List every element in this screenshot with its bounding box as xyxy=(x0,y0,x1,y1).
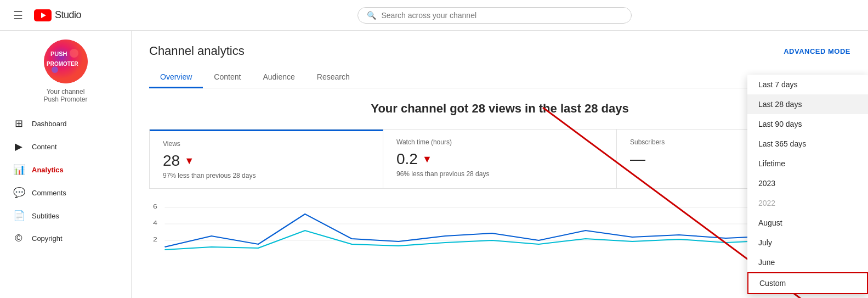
sidebar-item-analytics[interactable]: 📊 Analytics xyxy=(0,158,131,181)
dropdown-item-last365[interactable]: Last 365 days xyxy=(747,134,868,154)
hamburger-menu-icon[interactable]: ☰ xyxy=(9,4,27,26)
search-container: 🔍 xyxy=(358,7,632,24)
svg-text:PUSH: PUSH xyxy=(50,50,67,57)
views-down-arrow-icon: ▼ xyxy=(184,155,194,167)
channel-label: Your channel xyxy=(47,88,85,95)
analytics-icon: 📊 xyxy=(13,164,24,176)
channel-handle: Push Promoter xyxy=(43,95,87,103)
dropdown-item-custom[interactable]: Custom xyxy=(747,272,868,294)
watchtime-down-arrow-icon: ▼ xyxy=(422,154,432,165)
avatar[interactable]: PUSH PROMOTER xyxy=(44,40,88,83)
stat-card-views: Views 28 ▼ 97% less than previous 28 day… xyxy=(150,130,383,188)
dropdown-item-last7[interactable]: Last 7 days xyxy=(747,75,868,94)
stat-card-watch-time: Watch time (hours) 0.2 ▼ 96% less than p… xyxy=(383,130,617,188)
subtitles-icon: 📄 xyxy=(13,210,24,222)
sidebar-nav: ⊞ Dashboard ▶ Content 📊 Analytics 💬 Comm… xyxy=(0,112,131,250)
studio-label: Studio xyxy=(55,9,81,21)
avatar-inner: PUSH PROMOTER xyxy=(44,40,88,83)
tab-audience[interactable]: Audience xyxy=(252,67,305,88)
stat-value-views: 28 ▼ xyxy=(163,152,370,170)
dashboard-icon: ⊞ xyxy=(13,117,24,130)
sidebar-item-label-copyright: Copyright xyxy=(32,234,63,243)
svg-point-5 xyxy=(70,49,78,58)
sidebar-item-label-subtitles: Subtitles xyxy=(32,212,59,220)
stat-change-views: 97% less than previous 28 days xyxy=(163,172,370,179)
dropdown-item-lifetime[interactable]: Lifetime xyxy=(747,154,868,173)
advanced-mode-button[interactable]: ADVANCED MODE xyxy=(784,47,850,55)
date-range-dropdown: Last 7 days Last 28 days Last 90 days La… xyxy=(747,75,868,294)
main-content: Channel analytics ADVANCED MODE Overview… xyxy=(132,31,868,298)
hero-text: Your channel got 28 views in the last 28… xyxy=(149,102,850,116)
layout: PUSH PROMOTER Your channel Push Promoter… xyxy=(0,31,868,298)
tab-content[interactable]: Content xyxy=(203,67,252,88)
header: ☰ Studio 🔍 xyxy=(0,0,868,31)
sidebar-item-comments[interactable]: 💬 Comments xyxy=(0,181,131,204)
sidebar-item-label-analytics: Analytics xyxy=(32,166,64,174)
sidebar-item-label-dashboard: Dashboard xyxy=(32,120,67,128)
svg-text:6: 6 xyxy=(153,204,157,210)
svg-text:4: 4 xyxy=(153,220,157,226)
tab-overview[interactable]: Overview xyxy=(149,67,203,88)
stat-value-watch-time: 0.2 ▼ xyxy=(396,150,603,168)
svg-point-6 xyxy=(52,66,58,73)
sidebar-item-copyright[interactable]: © Copyright xyxy=(0,227,131,250)
dropdown-item-last28[interactable]: Last 28 days xyxy=(747,94,868,114)
dropdown-item-2023[interactable]: 2023 xyxy=(747,173,868,193)
content-icon: ▶ xyxy=(13,140,24,153)
dropdown-item-last90[interactable]: Last 90 days xyxy=(747,114,868,134)
sidebar-item-dashboard[interactable]: ⊞ Dashboard xyxy=(0,112,131,135)
sidebar-item-label-content: Content xyxy=(32,143,57,151)
dropdown-item-august[interactable]: August xyxy=(747,213,868,233)
dropdown-item-june[interactable]: June xyxy=(747,252,868,272)
sidebar-item-content[interactable]: ▶ Content xyxy=(0,135,131,158)
chart-area: 6 4 2 xyxy=(149,198,850,252)
page-title: Channel analytics xyxy=(149,44,245,58)
stat-label-watch-time: Watch time (hours) xyxy=(396,138,603,146)
header-left: ☰ Studio xyxy=(9,4,129,26)
svg-text:2: 2 xyxy=(153,237,157,243)
logo[interactable]: Studio xyxy=(34,9,81,21)
stat-change-watch-time: 96% less than previous 28 days xyxy=(396,170,603,178)
search-input[interactable] xyxy=(382,11,622,20)
sidebar-item-subtitles[interactable]: 📄 Subtitles xyxy=(0,204,131,227)
stat-label-views: Views xyxy=(163,140,370,148)
search-bar: 🔍 xyxy=(129,7,859,24)
dropdown-item-2022[interactable]: 2022 xyxy=(747,193,868,213)
comments-icon: 💬 xyxy=(13,187,24,199)
tab-research[interactable]: Research xyxy=(306,67,361,88)
copyright-icon: © xyxy=(13,233,24,244)
youtube-logo-icon xyxy=(34,9,52,21)
dropdown-item-july[interactable]: July xyxy=(747,233,868,252)
sidebar-item-label-comments: Comments xyxy=(32,189,66,197)
tabs: Overview Content Audience Research xyxy=(149,67,850,88)
chart-svg: 6 4 2 xyxy=(149,198,850,252)
avatar-image: PUSH PROMOTER xyxy=(44,40,88,83)
svg-text:PROMOTER: PROMOTER xyxy=(47,61,79,67)
search-icon: 🔍 xyxy=(367,11,376,20)
page-header: Channel analytics ADVANCED MODE xyxy=(149,44,850,58)
stats-area: Views 28 ▼ 97% less than previous 28 day… xyxy=(149,129,850,189)
sidebar: PUSH PROMOTER Your channel Push Promoter… xyxy=(0,31,132,298)
